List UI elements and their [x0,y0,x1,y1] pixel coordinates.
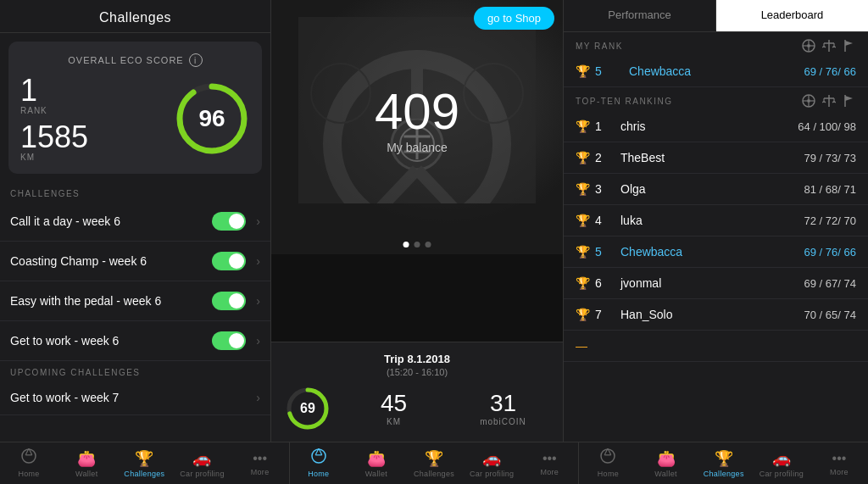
challenge-toggle-1[interactable] [212,252,246,270]
nav-wallet-mid[interactable]: 👛 Wallet [348,442,405,484]
bottom-nav: Home 👛 Wallet 🏆 Challenges 🚗 Car profili… [0,442,868,484]
tab-performance[interactable]: Performance [564,0,716,31]
trophy-icon-4: 🏆 [576,214,590,227]
car-icon-right: 🚗 [772,449,791,468]
more-label-right: More [830,468,849,476]
leader-scores-5: 69 / 76/ 66 [804,246,856,259]
challenge-item[interactable]: Easy with the pedal - week 6 › [0,281,270,321]
my-rank-item: 🏆 5 Chewbacca 69 / 76/ 66 [564,56,868,87]
rank-value: 1 [20,75,88,106]
challenge-toggle-2[interactable] [212,292,246,310]
rank-3: 3 [595,182,612,196]
svg-point-29 [807,99,810,103]
leader-row-7: 🏆 7 Han_Solo 70 / 65/ 74 [564,299,868,331]
leader-name-4: luka [620,214,804,227]
car-icon-mid: 🚗 [482,449,501,468]
car-icon-left: 🚗 [192,449,211,468]
my-rank-header: MY RANK [564,32,868,56]
trip-card: Trip 8.1.2018 (15:20 - 16:10) 69 45 KM 3… [271,342,563,442]
leader-name-7: Han_Solo [620,308,804,321]
nav-section-middle: Home 👛 Wallet 🏆 Challenges 🚗 Car profili… [290,442,580,484]
km-value: 1585 [20,122,88,153]
trophy-icon-dash: — [576,339,587,353]
challenges-label-mid: Challenges [414,470,454,478]
wallet-icon-mid: 👛 [367,449,386,468]
svg-point-43 [312,449,326,463]
nav-car-right[interactable]: 🚗 Car profiling [753,442,810,484]
nav-wallet-left[interactable]: 👛 Wallet [58,442,115,484]
leader-name-3: Olga [620,182,804,196]
nav-challenges-right[interactable]: 🏆 Challenges [695,442,753,484]
challenges-section-label: CHALLENGES [0,182,270,202]
chevron-icon: › [256,254,260,268]
wallet-label-right: Wallet [654,470,676,478]
rank-icons-2 [802,94,856,108]
my-rank-label: MY RANK [576,42,623,51]
nav-more-right[interactable]: ••• More [810,442,868,484]
rank-5: 5 [595,245,612,259]
home-icon-mid [311,448,326,468]
nav-car-left[interactable]: 🚗 Car profiling [173,442,231,484]
challenge-item[interactable]: Get to work - week 6 › [0,321,270,361]
scales-icon-2 [822,94,836,108]
tab-leaderboard[interactable]: Leaderboard [716,0,868,31]
upcoming-item[interactable]: Get to work - week 7 › [0,381,270,415]
leader-name-5: Chewbacca [620,245,804,259]
top-ten-header: TOP-TEN RANKING [564,87,868,111]
nav-home-right[interactable]: Home [579,442,637,484]
scales-icon [822,39,836,53]
challenge-toggle-0[interactable] [212,212,246,231]
chevron-icon: › [256,214,260,228]
nav-home-mid[interactable]: Home [290,442,348,484]
leaderboard-panel: Performance Leaderboard MY RANK 🏆 5 Chew… [563,0,868,442]
my-rank-scores: 69 / 76/ 66 [804,65,856,78]
tab-bar: Performance Leaderboard [564,0,868,32]
svg-point-39 [22,449,36,463]
challenge-toggle-3[interactable] [212,331,246,350]
info-icon[interactable]: i [189,53,203,67]
wallet-label-mid: Wallet [365,470,387,478]
score-value: 96 [198,105,225,132]
nav-section-left: Home 👛 Wallet 🏆 Challenges 🚗 Car profili… [0,442,290,484]
trip-stats: 69 45 KM 31 mobiCOIN [285,386,549,431]
balance-amount: 409 [375,86,459,137]
flag-icon-2 [843,94,856,108]
nav-wallet-right[interactable]: 👛 Wallet [637,442,694,484]
more-label-mid: More [540,468,559,476]
challenge-item[interactable]: Call it a day - week 6 › [0,202,270,242]
car-label-right: Car profiling [760,470,804,478]
trophy-icon-1: 🏆 [576,120,590,133]
balance-display: 409 My balance [375,86,459,154]
rank-label: RANK [20,106,88,115]
my-rank-number: 5 [595,64,612,78]
wallet-label-left: Wallet [75,470,97,478]
leader-name-2: TheBest [620,151,804,164]
trip-km-stat: 45 KM [348,392,440,426]
trophy-icon-3: 🏆 [576,182,590,196]
leaderboard-list: MY RANK 🏆 5 Chewbacca 69 / 76/ 66 TOP-TE… [564,32,868,442]
trophy-nav-icon-right: 🏆 [715,449,733,468]
rank-2: 2 [595,151,612,164]
dot-2 [415,242,420,248]
nav-challenges-left[interactable]: 🏆 Challenges [115,442,173,484]
nav-more-left[interactable]: ••• More [231,442,289,484]
chevron-icon: › [256,391,260,404]
nav-car-mid[interactable]: 🚗 Car profiling [463,442,520,484]
rank-6: 6 [595,276,612,290]
trophy-icon-6: 🏆 [576,276,590,290]
leader-scores-2: 79 / 73/ 73 [804,152,856,164]
nav-more-mid[interactable]: ••• More [520,442,578,484]
svg-rect-12 [298,203,536,237]
go-to-shop-button[interactable]: go to Shop [474,7,554,30]
trip-score-circle: 69 [285,386,331,431]
challenges-panel: Challenges OVERALL ECO SCORE i 1 RANK 15… [0,0,271,442]
dots-icon-left: ••• [253,451,267,466]
trip-coin-label: mobiCOIN [457,417,549,426]
wallet-icon-left: 👛 [77,449,96,468]
challenge-item[interactable]: Coasting Champ - week 6 › [0,242,270,281]
app-container: Challenges OVERALL ECO SCORE i 1 RANK 15… [0,0,868,442]
nav-home-left[interactable]: Home [0,442,58,484]
flag-icon [843,39,856,53]
nav-challenges-mid[interactable]: 🏆 Challenges [405,442,463,484]
challenges-title: Challenges [0,0,270,33]
